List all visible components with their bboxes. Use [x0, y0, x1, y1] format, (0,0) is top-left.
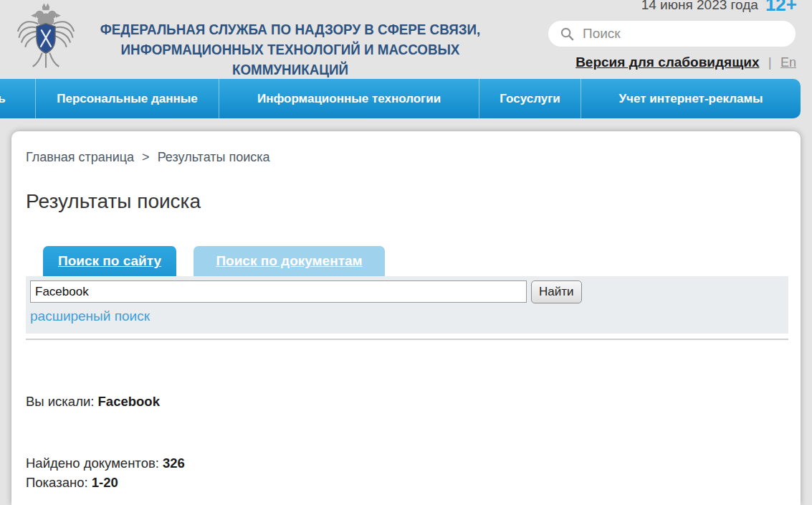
accessibility-row: Версия для слабовидящих | En: [575, 55, 796, 70]
nav-item-gosuslugi[interactable]: Госуслуги: [479, 79, 581, 118]
search-tabs: Поиск по сайту Поиск по документам: [11, 246, 801, 276]
date-row: 14 июня 2023 года12+: [641, 0, 797, 16]
separator: |: [768, 55, 772, 70]
roskomnadzor-emblem-logo[interactable]: [13, 1, 79, 70]
breadcrumb: Главная страница > Результаты поиска: [26, 150, 270, 165]
content-card: Главная страница > Результаты поиска Рез…: [11, 131, 801, 505]
nav-item-internet-ads[interactable]: Учет интернет-рекламы: [581, 79, 801, 118]
search-panel: Найти расширеный поиск: [26, 276, 788, 334]
accessibility-version-link[interactable]: Версия для слабовидящих: [575, 55, 759, 70]
site-search-box[interactable]: [548, 21, 796, 47]
shown-range-value: 1-20: [92, 475, 118, 490]
section-divider: [26, 339, 788, 340]
breadcrumb-current: Результаты поиска: [158, 150, 270, 164]
searched-for-line: Вы искали: Facebook: [26, 394, 160, 410]
documents-found-value: 326: [163, 456, 185, 471]
age-rating-badge: 12+: [765, 0, 797, 15]
tab-document-search[interactable]: Поиск по документам: [194, 246, 385, 276]
searched-query-value: Facebook: [98, 394, 160, 409]
site-header: ФЕДЕРАЛЬНАЯ СЛУЖБА ПО НАДЗОРУ В СФЕРЕ СВ…: [0, 0, 812, 79]
language-switch-link[interactable]: En: [780, 55, 796, 70]
site-search-input[interactable]: [583, 26, 776, 42]
agency-title: ФЕДЕРАЛЬНАЯ СЛУЖБА ПО НАДЗОРУ В СФЕРЕ СВ…: [83, 19, 497, 80]
find-button[interactable]: Найти: [531, 280, 582, 303]
nav-item-svyaz[interactable]: Связь: [0, 79, 36, 118]
agency-title-line2: ИНФОРМАЦИОННЫХ ТЕХНОЛОГИЙ И МАССОВЫХ КОМ…: [83, 39, 497, 80]
documents-found-line: Найдено документов: 326: [26, 456, 185, 471]
shown-range-line: Показано: 1-20: [26, 475, 118, 491]
roskomnadzor-search-page: { "colors": { "nav_blue": "#1f98d5", "ti…: [0, 0, 812, 505]
advanced-search-link[interactable]: расширеный поиск: [30, 308, 150, 324]
search-icon: [560, 27, 574, 41]
query-input[interactable]: [30, 280, 527, 303]
tab-site-search[interactable]: Поиск по сайту: [43, 246, 176, 276]
breadcrumb-separator: >: [142, 150, 150, 164]
nav-item-it[interactable]: Информационные технологии: [219, 79, 479, 118]
main-navigation: Связь Персональные данные Информационные…: [0, 79, 801, 118]
nav-item-personal-data[interactable]: Персональные данные: [36, 79, 219, 118]
page-title: Результаты поиска: [26, 190, 201, 213]
current-date: 14 июня 2023 года: [641, 0, 758, 12]
breadcrumb-home-link[interactable]: Главная страница: [26, 150, 134, 164]
agency-title-line1: ФЕДЕРАЛЬНАЯ СЛУЖБА ПО НАДЗОРУ В СФЕРЕ СВ…: [83, 19, 497, 39]
double-headed-eagle-icon: [13, 1, 79, 70]
